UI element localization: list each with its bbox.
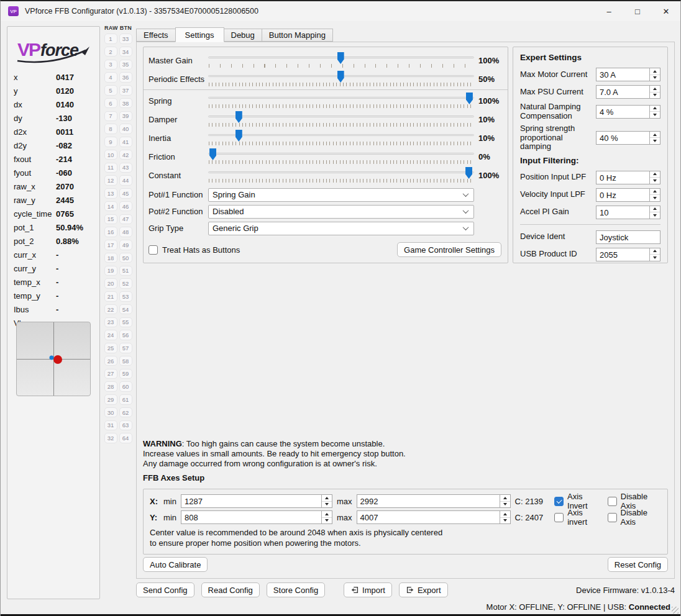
slider-value: 100% bbox=[474, 96, 501, 106]
slider-track[interactable] bbox=[208, 51, 474, 70]
export-label: Export bbox=[418, 586, 441, 595]
slider-track[interactable] bbox=[208, 147, 474, 166]
tab[interactable]: Debug bbox=[224, 29, 262, 42]
dropdown-select[interactable]: Spring Gain bbox=[208, 188, 474, 202]
spinbox-value[interactable]: 0 Hz bbox=[596, 189, 649, 201]
game-controller-settings-button[interactable]: Game Controller Settings bbox=[397, 242, 501, 257]
spinbox-value[interactable]: 1287 bbox=[181, 495, 321, 507]
slider-handle[interactable] bbox=[466, 93, 473, 104]
spin-up-button[interactable] bbox=[322, 495, 332, 502]
telemetry-value: 0120 bbox=[56, 86, 74, 96]
slider-label: Periodic Effects bbox=[149, 75, 208, 84]
dropdown-select[interactable]: Disabled bbox=[208, 205, 474, 219]
spinbox-value[interactable]: 808 bbox=[181, 511, 321, 523]
raw-button-indicator: 36 bbox=[119, 72, 132, 83]
maximize-button[interactable]: □ bbox=[623, 1, 652, 21]
spin-up-button[interactable] bbox=[322, 511, 332, 518]
axis-y-disable-checkbox[interactable] bbox=[608, 513, 617, 522]
dropdown-select[interactable]: Generic Grip bbox=[208, 222, 474, 235]
spinbox-value[interactable]: 10 bbox=[596, 206, 649, 219]
spin-down-button[interactable] bbox=[500, 518, 510, 524]
slider-handle[interactable] bbox=[465, 167, 472, 179]
resize-grip[interactable] bbox=[672, 607, 679, 614]
spin-up-button[interactable] bbox=[500, 495, 510, 502]
axis-y-row: Y: min 808 max 4007 C: 2407 Axis invert bbox=[150, 509, 661, 525]
spin-up-button[interactable] bbox=[650, 248, 660, 255]
axis-x-row: X: min 1287 max 2992 C: 2139 Axis Invert bbox=[150, 493, 661, 509]
tab[interactable]: Settings bbox=[175, 27, 224, 42]
spinbox-value[interactable]: 4007 bbox=[357, 511, 500, 523]
spin-up-button[interactable] bbox=[650, 206, 660, 213]
spin-up-button[interactable] bbox=[650, 132, 660, 138]
slider-track[interactable] bbox=[208, 166, 474, 184]
slider-handle[interactable] bbox=[337, 71, 344, 83]
spin-down-button[interactable] bbox=[650, 212, 660, 219]
read-config-button[interactable]: Read Config bbox=[201, 582, 260, 597]
spin-down-button[interactable] bbox=[650, 93, 660, 99]
slider-handle[interactable] bbox=[209, 148, 216, 160]
spinbox-value[interactable]: 0 Hz bbox=[596, 171, 649, 184]
treat-hats-checkbox[interactable] bbox=[149, 245, 158, 255]
spinbox-value[interactable]: 40 % bbox=[596, 132, 649, 144]
slider-handle[interactable] bbox=[235, 111, 242, 123]
slider-track[interactable] bbox=[208, 129, 474, 147]
spin-up-button[interactable] bbox=[650, 68, 660, 75]
auto-calibrate-button[interactable]: Auto Calibrate bbox=[143, 557, 208, 572]
raw-button-indicator: 5 bbox=[104, 85, 117, 96]
spin-up-button[interactable] bbox=[650, 171, 660, 178]
spin-down-button[interactable] bbox=[650, 138, 660, 144]
slider-handle[interactable] bbox=[235, 130, 242, 142]
spin-down-button[interactable] bbox=[650, 255, 660, 261]
send-config-button[interactable]: Send Config bbox=[136, 582, 194, 597]
expert-row: Velocity Input LPF 0 Hz bbox=[520, 188, 660, 202]
import-button[interactable]: Import bbox=[344, 582, 392, 597]
spin-down-button[interactable] bbox=[650, 112, 660, 118]
spin-down-button[interactable] bbox=[650, 195, 660, 201]
raw-button-row: 10 42 bbox=[102, 150, 134, 160]
gains-group-box: Master Gain 100% Periodic Effects bbox=[143, 47, 508, 263]
slider-track[interactable] bbox=[208, 91, 474, 110]
minimize-button[interactable]: – bbox=[595, 1, 623, 21]
slider-track[interactable] bbox=[208, 110, 474, 129]
close-button[interactable]: ✕ bbox=[652, 1, 680, 21]
spin-down-button[interactable] bbox=[322, 518, 332, 524]
spinbox-value[interactable]: 2055 bbox=[596, 248, 649, 261]
spin-up-button[interactable] bbox=[500, 511, 510, 518]
axis-x-disable-checkbox[interactable] bbox=[608, 497, 617, 506]
telemetry-label: Ibus bbox=[14, 305, 56, 314]
spin-down-button[interactable] bbox=[322, 502, 332, 508]
spinbox: 40 % bbox=[596, 131, 660, 145]
spin-up-button[interactable] bbox=[650, 86, 660, 93]
app-icon: VP bbox=[8, 6, 19, 16]
spin-down-button[interactable] bbox=[650, 178, 660, 184]
axis-x-min-spinbox: 1287 bbox=[181, 494, 332, 508]
slider-track[interactable] bbox=[208, 70, 474, 88]
spinbox-value[interactable]: 30 A bbox=[596, 68, 649, 81]
telemetry-value: -130 bbox=[56, 114, 72, 123]
reset-config-button[interactable]: Reset Config bbox=[608, 557, 668, 572]
tab[interactable]: Effects bbox=[136, 29, 176, 42]
spinbox-value[interactable]: 4 % bbox=[596, 106, 649, 118]
slider-handle[interactable] bbox=[337, 52, 344, 64]
spin-up-button[interactable] bbox=[650, 106, 660, 112]
spin-down-button[interactable] bbox=[500, 502, 510, 508]
telemetry-value: - bbox=[56, 264, 58, 273]
tab[interactable]: Button Mapping bbox=[262, 29, 333, 42]
axis-x-invert-checkbox[interactable] bbox=[554, 497, 564, 506]
spinbox-value[interactable]: Joystick bbox=[596, 231, 660, 243]
slider-label: Master Gain bbox=[149, 56, 208, 65]
spin-down-button[interactable] bbox=[650, 75, 660, 81]
down-arrow-icon bbox=[503, 503, 507, 505]
slider-groove bbox=[208, 134, 474, 136]
raw-button-indicator: 25 bbox=[104, 343, 117, 353]
spin-up-button[interactable] bbox=[650, 189, 660, 196]
store-config-button[interactable]: Store Config bbox=[267, 582, 325, 597]
export-button[interactable]: Export bbox=[399, 582, 448, 597]
spinbox-value[interactable]: 7.0 A bbox=[596, 86, 649, 98]
up-arrow-icon bbox=[503, 513, 507, 515]
raw-button-row: 14 46 bbox=[102, 201, 134, 212]
chevron-down-icon bbox=[463, 224, 469, 230]
expert-row: Natural Damping Compensation 4 % bbox=[520, 102, 660, 120]
spinbox-value[interactable]: 2992 bbox=[357, 495, 500, 507]
axis-y-invert-checkbox[interactable] bbox=[554, 513, 564, 522]
